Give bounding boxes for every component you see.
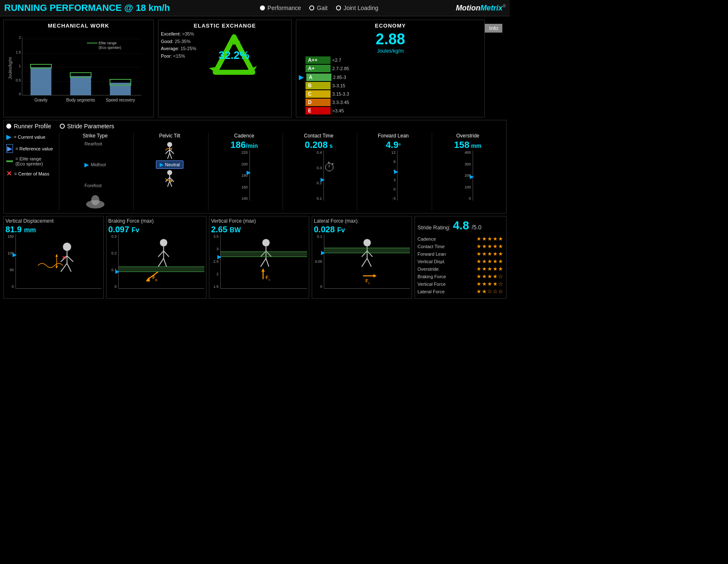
radio-gait — [309, 5, 314, 10]
svg-point-60 — [63, 243, 71, 251]
grade-a: ▶ A 2.85-3 — [299, 73, 482, 81]
svg-rect-14 — [70, 76, 91, 95]
rating-cadence: Cadence ★★★★★ — [417, 236, 504, 242]
contact-time-value: 0.208 s — [305, 140, 333, 150]
radio-performance — [260, 5, 265, 10]
svg-text:Body segments: Body segments — [66, 98, 95, 102]
grade-bar-b: B — [305, 82, 331, 89]
rating-lateral: Lateral Force ★★☆☆☆ — [417, 288, 504, 295]
tab-gait[interactable]: Gait — [309, 5, 328, 11]
svg-text:✕: ✕ — [62, 255, 66, 261]
svg-text:0.5: 0.5 — [15, 78, 21, 82]
svg-line-37 — [168, 181, 170, 187]
stride-row: ▶ = Current value ▶ = Reference value = … — [6, 133, 504, 211]
strike-type-col: Strike Type Rearfoot ▶ Midfoot Forefoot — [59, 133, 131, 211]
pelvic-tilt-back-icon — [159, 169, 180, 188]
pelvic-tilt-forward-icon — [159, 141, 180, 160]
forward-lean-col: Forward Lean 4.9° 129630-3 — [357, 133, 429, 211]
vert-force-value: 2.65 BW — [211, 225, 307, 234]
lat-force-figure: F L — [324, 234, 410, 288]
grade-bar-e: E — [305, 107, 331, 114]
nav-tabs: Performance Gait Joint Loading — [183, 5, 456, 11]
svg-line-65 — [67, 263, 71, 272]
svg-text:v: v — [268, 278, 270, 282]
profile-header: Runner Profile Stride Parameters — [6, 123, 504, 130]
radio-dot-profile — [6, 124, 11, 129]
legend-box: ▶ = Current value ▶ = Reference value = … — [6, 133, 56, 211]
stars-vert-disp: ★★★★★ — [476, 258, 504, 264]
legend-current: ▶ = Current value — [6, 133, 56, 141]
vert-force-title: Vertical Force (max) — [211, 218, 307, 224]
bottom-section: Vertical Displacement 81.9 mm 150100500 — [3, 216, 507, 299]
contact-time-col: Contact Time 0.208 s 0.40.30.20.1 ⏱ ▶ — [283, 133, 354, 211]
radio-stride-params[interactable]: Stride Parameters — [60, 123, 115, 130]
stars-braking: ★★★★☆ — [476, 273, 504, 279]
svg-line-74 — [158, 259, 164, 267]
svg-line-85 — [266, 259, 269, 267]
grade-e: E >3.45 — [299, 107, 482, 114]
svg-rect-12 — [31, 67, 51, 95]
svg-text:Joules/kg/m: Joules/kg/m — [8, 57, 13, 79]
svg-text:(Eco sprinter): (Eco sprinter) — [99, 46, 121, 50]
overstride-title: Overstride — [456, 133, 479, 139]
svg-text:2: 2 — [19, 36, 21, 40]
economy-value: 2.88 — [299, 30, 482, 48]
grade-bar-ap: A+ — [305, 65, 331, 72]
svg-point-70 — [160, 239, 168, 246]
svg-point-33 — [167, 170, 172, 175]
tab-joint-loading[interactable]: Joint Loading — [336, 5, 378, 11]
stars-vert-force: ★★★★☆ — [476, 281, 504, 287]
grade-bar-d: D — [305, 99, 331, 106]
stride-rating-header: Stride Rating: 4.8 /5.0 — [417, 219, 504, 232]
svg-marker-67 — [56, 254, 58, 257]
grade-c: C 3.15-3.3 — [299, 90, 482, 98]
vert-disp-figure: ✕ — [16, 234, 102, 288]
strike-arrow: ▶ — [84, 161, 89, 168]
svg-point-26 — [167, 142, 172, 147]
info-button[interactable]: Info — [485, 24, 502, 33]
grade-app: A++ <2.7 — [299, 56, 482, 64]
rating-overstride: Overstride ★★★★★ — [417, 266, 504, 272]
pelvic-tilt-title: Pelvic Tilt — [159, 133, 181, 139]
svg-line-28 — [165, 150, 170, 154]
economy-panel: ECONOMY 2.88 Joules/kg/m A++ <2.7 A+ 2.7… — [296, 20, 485, 117]
cadence-title: Cadence — [234, 133, 254, 139]
stopwatch-icon: ⏱ — [324, 160, 336, 174]
svg-line-72 — [158, 251, 164, 257]
contact-time-title: Contact Time — [304, 133, 333, 139]
rating-braking: Braking Force ★★★★☆ — [417, 273, 504, 279]
svg-marker-32 — [171, 147, 173, 150]
svg-line-31 — [170, 153, 172, 159]
economy-title: ECONOMY — [299, 23, 482, 29]
elastic-title: ELASTIC EXCHANGE — [194, 23, 256, 29]
svg-line-95 — [367, 259, 372, 267]
economy-arrow: ▶ — [299, 73, 304, 81]
rating-contact-time: Contact Time ★★★★★ — [417, 243, 504, 249]
stars-contact-time: ★★★★★ — [476, 243, 504, 249]
legend-com: ✕ = Center of Mass — [6, 170, 56, 178]
mech-work-chart: Joules/kg/m 2 1.5 1 0.5 0 — [6, 30, 151, 106]
forward-lean-title: Forward Lean — [378, 133, 409, 139]
svg-marker-97 — [373, 274, 377, 277]
brake-value: 0.097 Fv — [108, 225, 204, 234]
elastic-percentage: 32.2% — [219, 48, 249, 61]
rating-vert-disp: Vertical Displ. ★★★★★ — [417, 258, 504, 264]
radio-runner-profile[interactable]: Runner Profile — [6, 123, 51, 130]
stars-forward-lean: ★★★★★ — [476, 251, 504, 257]
strike-midfoot: Midfoot — [91, 162, 106, 167]
vertical-displacement-panel: Vertical Displacement 81.9 mm 150100500 — [3, 216, 104, 299]
lat-force-value: 0.028 Fv — [314, 225, 410, 234]
vert-force-figure: F v — [221, 234, 307, 288]
svg-text:L: L — [368, 281, 370, 285]
vertical-force-panel: Vertical Force (max) 2.65 BW 3.532.521.5 — [209, 216, 309, 299]
strike-type-title: Strike Type — [83, 133, 108, 139]
overstride-col: Overstride 158 mm 4003002001000 — [432, 133, 504, 211]
elite-range-icon — [6, 160, 13, 162]
tab-performance[interactable]: Performance — [260, 5, 301, 11]
brake-title: Braking Force (max) — [108, 218, 204, 224]
pelvic-tilt-col: Pelvic Tilt — [133, 133, 205, 211]
grade-b: B 3-3.15 — [299, 82, 482, 89]
header: RUNNING PERFORMANCE @ 18 km/h Performanc… — [0, 0, 510, 16]
strike-foot-icon — [83, 190, 108, 211]
elastic-ratings: Excellent: >35% Good: 25-35% Average: 15… — [161, 30, 196, 60]
